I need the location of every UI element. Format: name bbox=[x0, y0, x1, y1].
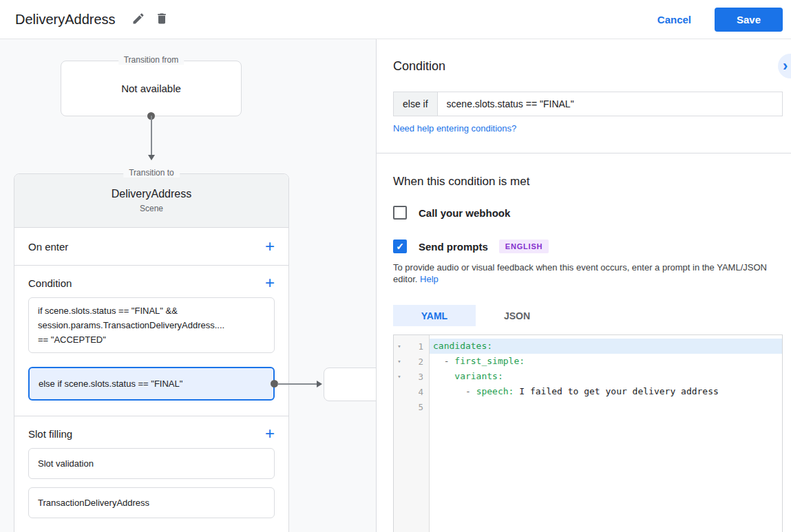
code-line[interactable]: candidates: bbox=[430, 339, 782, 354]
slot-card[interactable]: Slot validation bbox=[28, 448, 275, 479]
on-enter-label: On enter bbox=[28, 241, 68, 253]
slot-filling-label: Slot filling bbox=[28, 428, 72, 440]
condition-card[interactable]: if scene.slots.status == "FINAL" && sess… bbox=[28, 297, 275, 353]
edit-button[interactable] bbox=[127, 8, 150, 31]
arrow-right-icon bbox=[317, 381, 322, 387]
add-condition-icon[interactable]: + bbox=[265, 276, 275, 290]
send-prompts-label[interactable]: Send prompts bbox=[419, 241, 488, 253]
save-button[interactable]: Save bbox=[715, 8, 783, 32]
line-number: 2 bbox=[405, 357, 429, 367]
yaml-code-editor[interactable]: ▾1 ▾2 ▾3 4 5 candidates: - first_simple:… bbox=[393, 334, 783, 532]
slot-card-label: TransactionDeliveryAddress bbox=[38, 498, 265, 508]
condition-text: if scene.slots.status == "FINAL" && bbox=[38, 304, 265, 318]
transition-from-box: Transition from Not available bbox=[61, 61, 242, 116]
conditions-help-link[interactable]: Need help entering conditions? bbox=[393, 123, 516, 134]
fold-icon[interactable]: ▾ bbox=[394, 358, 405, 365]
condition-input-row: else if bbox=[393, 92, 783, 116]
code-line[interactable]: variants: bbox=[430, 369, 782, 384]
connector-line bbox=[277, 383, 317, 385]
scene-header[interactable]: DeliveryAddress Scene bbox=[14, 174, 288, 228]
editor-code-area[interactable]: candidates: - first_simple: variants: - … bbox=[430, 335, 782, 532]
transition-from-legend: Transition from bbox=[118, 55, 184, 65]
transition-target-node[interactable] bbox=[324, 368, 377, 401]
transition-from-value: Not available bbox=[121, 83, 181, 94]
slot-card[interactable]: TransactionDeliveryAddress bbox=[28, 487, 275, 518]
condition-text: == "ACCEPTED" bbox=[38, 332, 265, 347]
condition-section: Condition + if scene.slots.status == "FI… bbox=[14, 266, 288, 416]
code-line[interactable] bbox=[430, 399, 782, 414]
collapse-panel-button[interactable]: › bbox=[778, 54, 791, 78]
condition-input[interactable] bbox=[438, 92, 783, 116]
code-line[interactable]: - speech: I failed to get your delivery … bbox=[430, 384, 782, 399]
description-text: To provide audio or visual feedback when… bbox=[393, 262, 767, 284]
condition-card-selected[interactable]: else if scene.slots.status == "FINAL" bbox=[28, 367, 275, 401]
editor-format-tabs: YAML JSON bbox=[393, 305, 783, 326]
divider bbox=[377, 153, 791, 153]
tab-yaml[interactable]: YAML bbox=[393, 305, 476, 326]
panel-title: Condition bbox=[393, 59, 783, 73]
fold-icon[interactable]: ▾ bbox=[394, 343, 405, 350]
line-number: 3 bbox=[405, 372, 429, 382]
help-link[interactable]: Help bbox=[420, 274, 439, 284]
connector-line bbox=[151, 116, 152, 155]
call-webhook-checkbox[interactable] bbox=[393, 206, 407, 220]
add-slot-icon[interactable]: + bbox=[265, 427, 275, 440]
tab-json[interactable]: JSON bbox=[476, 305, 558, 326]
pencil-icon bbox=[131, 12, 145, 28]
code-line[interactable]: - first_simple: bbox=[430, 354, 782, 369]
on-enter-row[interactable]: On enter + bbox=[14, 228, 288, 266]
condition-text: else if scene.slots.status == "FINAL" bbox=[39, 376, 264, 391]
condition-text: session.params.TransactionDeliveryAddres… bbox=[38, 318, 265, 332]
line-number: 1 bbox=[405, 341, 429, 352]
transition-to-box: Transition to DeliveryAddress Scene On e… bbox=[14, 173, 289, 532]
editor-gutter: ▾1 ▾2 ▾3 4 5 bbox=[394, 335, 430, 532]
slot-card-label: Slot validation bbox=[38, 458, 265, 469]
prompt-editor-description: To provide audio or visual feedback when… bbox=[393, 262, 776, 285]
call-webhook-label[interactable]: Call your webhook bbox=[419, 207, 510, 219]
delete-button[interactable] bbox=[150, 8, 173, 31]
scene-type: Scene bbox=[140, 204, 163, 213]
line-number: 5 bbox=[405, 402, 429, 412]
send-prompts-checkbox[interactable]: ✓ bbox=[393, 240, 407, 253]
transition-to-legend: Transition to bbox=[123, 168, 180, 178]
scene-name: DeliveryAddress bbox=[112, 188, 191, 200]
condition-met-title: When this condition is met bbox=[393, 174, 783, 189]
chevron-right-icon: › bbox=[783, 57, 788, 74]
add-on-enter-icon[interactable]: + bbox=[265, 240, 275, 253]
page-title: DeliveryAddress bbox=[15, 12, 116, 28]
condition-label: Condition bbox=[28, 277, 72, 289]
arrow-down-icon bbox=[148, 155, 155, 160]
scene-canvas: Transition from Not available Transition… bbox=[0, 39, 377, 532]
top-bar: DeliveryAddress Cancel Save bbox=[0, 0, 791, 39]
cancel-button[interactable]: Cancel bbox=[657, 14, 691, 25]
slot-filling-section: Slot filling + Slot validation Transacti… bbox=[14, 416, 288, 532]
check-icon: ✓ bbox=[396, 241, 404, 252]
condition-prefix: else if bbox=[393, 92, 438, 116]
fold-icon[interactable]: ▾ bbox=[394, 373, 405, 380]
trash-icon bbox=[155, 12, 169, 28]
language-badge: ENGLISH bbox=[499, 240, 549, 253]
condition-detail-panel: › Condition else if Need help entering c… bbox=[377, 39, 791, 532]
line-number: 4 bbox=[405, 387, 429, 397]
